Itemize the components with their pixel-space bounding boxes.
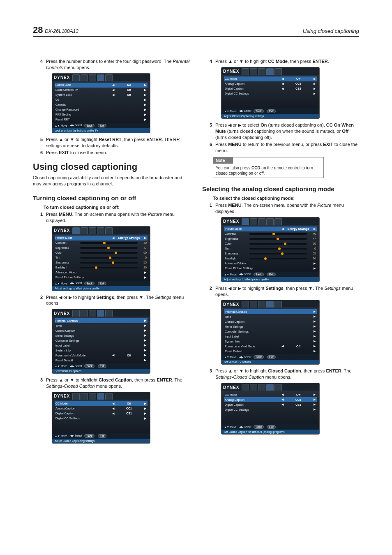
osd-row: Reset Picture Settings▶ bbox=[224, 266, 317, 271]
right-step-3: 3 Press ▲ or ▼ to highlight Closed Capti… bbox=[207, 368, 359, 380]
osd-cc-left: DYNEX CC Mode◀Off▶Analog Caption◀CC1▶Dig… bbox=[52, 392, 150, 444]
left-column: 4 Press the number buttons to enter the … bbox=[33, 57, 190, 447]
osd-row: Parental Controls▶ bbox=[55, 318, 148, 323]
osd-cc-right: DYNEX CC Mode◀Off▶Analog Caption◀CC1▶Dig… bbox=[221, 67, 320, 119]
right-step-4: 4 Press ▲ or ▼ to highlight CC Mode, the… bbox=[207, 58, 359, 65]
right-step-1: 1 Press MENU. The on-screen menu opens w… bbox=[207, 202, 359, 215]
osd-row: System Lock◀Off▶ bbox=[55, 92, 148, 97]
osd-row: Change Password▶ bbox=[55, 107, 148, 112]
heading-turning-cc: Turning closed captioning on or off bbox=[33, 194, 190, 201]
osd-row: Advanced Video▶ bbox=[55, 270, 148, 275]
left-step-1: 1 Press MENU. The on-screen menu opens w… bbox=[38, 211, 190, 224]
page-number-block: 28 DX-26L100A13 bbox=[33, 25, 78, 35]
osd-row: Parental Controls▶ bbox=[224, 309, 317, 314]
osd-row: Reset Default▶ bbox=[55, 358, 148, 363]
heading-analog-cc: Selecting the analog closed captioning m… bbox=[202, 185, 359, 192]
note-label: Note bbox=[213, 157, 233, 164]
osd-slider-row: Backlight26 bbox=[55, 265, 148, 270]
osd-slider-row: Brightness47 bbox=[224, 236, 317, 241]
heading-using-cc: Using closed captioning bbox=[33, 162, 190, 172]
osd-slider-row: Sharpness55 bbox=[224, 251, 317, 256]
page-header: 28 DX-26L100A13 Using closed captioning bbox=[33, 25, 359, 37]
osd-row: Computer Settings▶ bbox=[55, 338, 148, 343]
osd-slider-row: Sharpness55 bbox=[55, 260, 148, 265]
osd-row: Reset Picture Settings▶ bbox=[55, 275, 148, 280]
step-text: Press the number buttons to enter the fo… bbox=[46, 58, 190, 71]
osd-tabs: DYNEX bbox=[52, 74, 150, 81]
right-step-6: 6 Press MENU to return to the previous m… bbox=[207, 141, 359, 154]
left-prestep-6: 6 Press EXIT to close the menu. bbox=[38, 150, 190, 156]
osd-row: Time▶ bbox=[224, 314, 317, 319]
osd-row: System Info▶ bbox=[224, 339, 317, 344]
osd-row: Time▶ bbox=[55, 323, 148, 328]
osd-picture-right: DYNEX Picture Mode◀Energy Savings▶ Contr… bbox=[221, 217, 320, 282]
osd-row: Digital Caption◀CS2▶ bbox=[224, 86, 317, 91]
osd-row: Digital CC Settings▶ bbox=[224, 407, 317, 412]
osd-row: Reset Default▶ bbox=[224, 349, 317, 354]
left-step-3: 3 Press ▲ or ▼ to highlight Closed Capti… bbox=[38, 377, 190, 389]
note-body: You can also press CCD on the remote con… bbox=[213, 164, 323, 178]
step-number: 4 bbox=[38, 58, 43, 71]
osd-settings-right: DYNEX Parental Controls▶Time▶Closed Capt… bbox=[221, 300, 320, 365]
osd-slider-row: Brightness47 bbox=[55, 245, 148, 250]
osd-slider-row: Color60 bbox=[55, 250, 148, 255]
osd-slider-row: Tint0 bbox=[224, 246, 317, 251]
osd-row: Analog Caption◀CC1▶ bbox=[224, 81, 317, 86]
osd-slider-row: Contrast40 bbox=[55, 240, 148, 245]
osd-row: Menu Settings▶ bbox=[55, 333, 148, 338]
osd-row: Digital Caption◀CS1▶ bbox=[224, 402, 317, 407]
osd-row: Input Label▶ bbox=[55, 343, 148, 348]
osd-cc-analog: DYNEX CC Mode◀Off▶Analog Caption◀CC1▶Dig… bbox=[221, 383, 320, 435]
osd-row: CC Mode◀Off▶ bbox=[224, 76, 317, 81]
osd-row: Menu Settings▶ bbox=[224, 324, 317, 329]
osd-slider-row: Tint0 bbox=[55, 255, 148, 260]
left-prestep-5: 5 Press ▲ or ▼ to highlight Reset RRT, t… bbox=[38, 136, 190, 149]
osd-settings-left: DYNEX Parental Controls▶Time▶Closed Capt… bbox=[52, 309, 150, 374]
osd-row: Input Label▶ bbox=[224, 334, 317, 339]
osd-hint: Lock or unlock the buttons on the TV bbox=[52, 128, 150, 133]
osd-slider-row: Contrast40 bbox=[224, 231, 317, 236]
page-title-right: Using closed captioning bbox=[303, 28, 359, 34]
osd-row: Reset RRT▶ bbox=[55, 117, 148, 122]
right-step-2: 2 Press ◀ or ▶ to highlight Settings, th… bbox=[207, 285, 359, 298]
osd-row: Digital CC Settings▶ bbox=[55, 416, 148, 421]
osd-row: US▶ bbox=[55, 97, 148, 102]
left-prestep-4: 4 Press the number buttons to enter the … bbox=[38, 58, 190, 71]
osd-slider-row: Backlight26 bbox=[224, 256, 317, 261]
osd-row: Closed Caption▶ bbox=[224, 319, 317, 324]
osd-row: Computer Settings▶ bbox=[224, 329, 317, 334]
osd-slider-row: Color60 bbox=[224, 241, 317, 246]
osd-parental-controls: DYNEX Button Lock◀No▶Block Unrated TV◀Of… bbox=[52, 73, 150, 133]
note-box: Note You can also press CCD on the remot… bbox=[213, 157, 324, 178]
osd-row: CC Mode◀Off▶ bbox=[224, 392, 317, 397]
task-turn-cc: To turn closed captioning on or off: bbox=[44, 205, 190, 210]
osd-row: Analog Caption◀CC1▶ bbox=[224, 397, 317, 402]
osd-row: Power on in Vivid Mode◀Off▶ bbox=[55, 353, 148, 358]
osd-row: Button Lock◀No▶ bbox=[55, 83, 148, 88]
osd-row: Advanced Video▶ bbox=[224, 261, 317, 266]
right-step-5: 5 Press ◀ or ▶ to select On (turns close… bbox=[207, 122, 359, 141]
osd-row: Canada▶ bbox=[55, 102, 148, 107]
right-column: 4 Press ▲ or ▼ to highlight CC Mode, the… bbox=[202, 57, 359, 447]
osd-picture: DYNEX Picture Mode◀Energy Savings▶ Contr… bbox=[52, 226, 150, 291]
task-select-cc: To select the closed captioning mode: bbox=[213, 196, 359, 201]
left-step-2: 2 Press ◀ or ▶ to highlight Settings, th… bbox=[38, 294, 190, 307]
osd-row: RRT Setting▶ bbox=[55, 112, 148, 117]
osd-row: Power on in Vivid Mode◀Off▶ bbox=[224, 344, 317, 349]
cc-intro: Closed captioning availability and conte… bbox=[33, 175, 190, 187]
osd-row: Block Unrated TV◀Off▶ bbox=[55, 88, 148, 92]
osd-row: CC Mode◀Off▶ bbox=[55, 401, 148, 406]
osd-row: Closed Caption▶ bbox=[55, 328, 148, 333]
page-number: 28 bbox=[33, 25, 43, 35]
dynex-logo: DYNEX bbox=[54, 75, 71, 80]
osd-row: Digital CC Settings▶ bbox=[224, 91, 317, 96]
osd-row: Analog Caption◀CC1▶ bbox=[55, 406, 148, 411]
osd-row: System Info▶ bbox=[55, 348, 148, 353]
model-number: DX-26L100A13 bbox=[45, 28, 78, 34]
osd-row: Digital Caption◀CS1▶ bbox=[55, 411, 148, 416]
